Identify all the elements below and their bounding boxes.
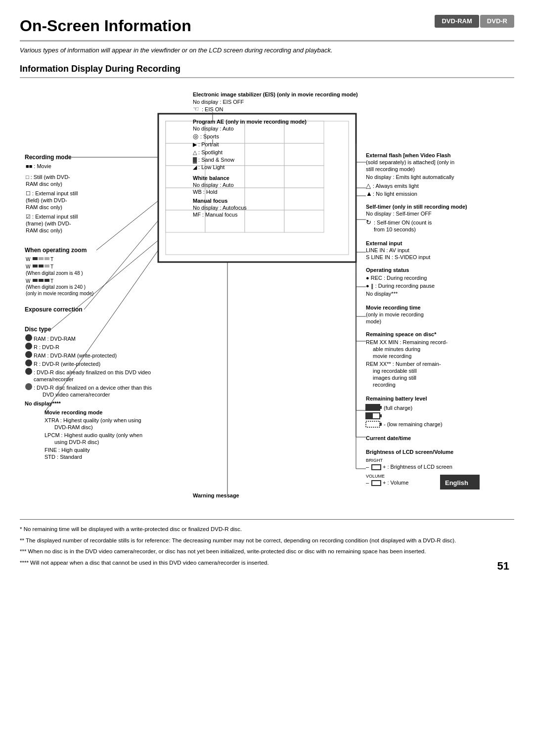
svg-text:Program AE (only in movie reco: Program AE (only in movie recording mode… (193, 119, 307, 125)
svg-point-65 (25, 368, 32, 375)
svg-text:still recording mode): still recording mode) (366, 166, 415, 172)
svg-text:(sold separately) is attached]: (sold separately) is attached] (only in (366, 159, 454, 165)
svg-rect-49 (44, 279, 49, 282)
svg-rect-13 (284, 166, 324, 188)
svg-text:images during still: images during still (373, 375, 416, 381)
svg-rect-153 (380, 414, 382, 417)
svg-line-54 (84, 221, 158, 310)
page-subtitle: Various types of information will appear… (20, 45, 514, 55)
svg-text:(only in movie recording mode): (only in movie recording mode) (26, 291, 93, 296)
svg-text:S LINE IN : S-VIDEO input: S LINE IN : S-VIDEO input (366, 254, 430, 260)
svg-text:–: – (366, 480, 369, 486)
svg-text:No display : Auto: No display : Auto (193, 182, 234, 188)
svg-text:: EIS ON: : EIS ON (202, 106, 223, 112)
svg-text:from 10 seconds): from 10 seconds) (374, 226, 416, 232)
svg-text:No display : Emits light autom: No display : Emits light automatically (366, 174, 454, 180)
svg-text:RAM : DVD-RAM (write-protected: RAM : DVD-RAM (write-protected) (34, 353, 117, 358)
svg-rect-37 (39, 257, 44, 260)
svg-text:DVD video camera/recorder: DVD video camera/recorder (43, 392, 110, 398)
svg-text:No display : EIS OFF: No display : EIS OFF (193, 99, 244, 105)
svg-rect-20 (245, 210, 284, 232)
svg-text:RAM disc only): RAM disc only) (26, 181, 62, 187)
page-number: 51 (497, 559, 509, 574)
svg-text:■■ : Movie: ■■ : Movie (26, 163, 51, 169)
page-container: DVD-RAM DVD-R On-Screen Information Vari… (0, 0, 534, 584)
svg-text:VOLUME: VOLUME (366, 474, 385, 479)
svg-text:No display****: No display**** (25, 400, 61, 406)
svg-text:able minutes during: able minutes during (373, 346, 420, 352)
svg-text:: DVD-R disc finalized on a de: : DVD-R disc finalized on a device other… (34, 385, 152, 391)
svg-text:DVD-RAM disc): DVD-RAM disc) (54, 424, 93, 430)
svg-text:mode): mode) (366, 318, 381, 324)
svg-point-63 (25, 359, 32, 366)
svg-text:- (low remaining charge): - (low remaining charge) (384, 421, 443, 427)
svg-text:LINE IN   : AV input: LINE IN : AV input (366, 247, 409, 253)
svg-rect-48 (39, 279, 44, 282)
svg-text:Remaining battery level: Remaining battery level (366, 396, 427, 401)
svg-text:Movie recording mode: Movie recording mode (44, 409, 102, 415)
svg-text:▶ : Portrait: ▶ : Portrait (193, 141, 219, 147)
svg-text:Self-timer (only in still reco: Self-timer (only in still recording mode… (366, 204, 467, 210)
svg-rect-154 (366, 421, 380, 427)
svg-text:External input: External input (366, 240, 402, 246)
svg-text:RAM disc only): RAM disc only) (26, 204, 62, 210)
badge-dvdr: DVD-R (480, 15, 514, 28)
svg-text:English: English (445, 479, 468, 487)
svg-text:(field) (with DVD-: (field) (with DVD- (26, 197, 67, 203)
svg-rect-152 (366, 413, 373, 419)
svg-text:● REC : During recording: ● REC : During recording (366, 275, 427, 281)
svg-rect-38 (44, 257, 49, 260)
diagram-svg: Recording mode ■■ : Movie □ : Still (wit… (20, 84, 514, 509)
svg-text:–: – (366, 464, 369, 470)
svg-rect-21 (284, 210, 324, 232)
svg-text:LPCM : Highest audio quality (: LPCM : Highest audio quality (only when (44, 432, 142, 438)
footnotes: * No remaining time will be displayed wi… (20, 519, 514, 567)
svg-text:RAM disc only): RAM disc only) (26, 227, 62, 233)
svg-text:No display : Autofocus: No display : Autofocus (193, 205, 247, 211)
svg-text:W: W (26, 278, 31, 284)
svg-rect-36 (33, 257, 38, 260)
svg-text:(only in movie recording: (only in movie recording (366, 311, 424, 317)
svg-text:movie recording: movie recording (373, 353, 411, 359)
svg-text:: DVD-R disc already finalized: : DVD-R disc already finalized on this D… (34, 369, 151, 375)
svg-rect-12 (245, 166, 284, 188)
svg-text:△: △ (366, 182, 371, 189)
badge-dvdram: DVD-RAM (435, 15, 479, 28)
svg-point-68 (25, 383, 32, 390)
svg-text:R   : DVD-R (write-protected): R : DVD-R (write-protected) (34, 361, 100, 367)
svg-text:Manual focus: Manual focus (193, 198, 227, 204)
svg-text:☜: ☜ (193, 105, 199, 113)
svg-text:W: W (26, 257, 31, 262)
svg-text:XTRA : Highest quality (only w: XTRA : Highest quality (only when using (44, 417, 141, 423)
svg-text:+ : Brightness of LCD screen: + : Brightness of LCD screen (383, 464, 452, 470)
svg-line-34 (96, 201, 158, 250)
svg-text:↻: ↻ (366, 219, 371, 226)
svg-text:No display : Auto: No display : Auto (193, 126, 234, 132)
svg-text:Remaining speace on disc*: Remaining speace on disc* (366, 331, 437, 337)
svg-text:MF        : Manual focus: MF : Manual focus (193, 212, 238, 218)
svg-text:BRIGHT: BRIGHT (366, 458, 383, 463)
svg-text:: No light emission: : No light emission (373, 191, 417, 197)
svg-point-57 (25, 334, 32, 341)
svg-text:◢ : Low Light: ◢ : Low Light (193, 164, 224, 170)
section-title: Information Display During Recording (20, 63, 514, 78)
svg-text:Current date/time: Current date/time (366, 435, 411, 441)
svg-rect-8 (245, 143, 284, 166)
svg-text:(full charge): (full charge) (384, 405, 412, 411)
svg-text:+ : Volume: + : Volume (383, 480, 408, 486)
svg-point-61 (25, 351, 32, 358)
svg-text:Recording mode: Recording mode (25, 154, 72, 161)
svg-text:Brightness of LCD screen/Volum: Brightness of LCD screen/Volume (366, 449, 453, 455)
svg-rect-17 (284, 188, 324, 210)
svg-rect-155 (380, 423, 382, 426)
svg-text:□ : Still  (with DVD-: □ : Still (with DVD- (26, 174, 70, 180)
svg-text:WB        : Hold: WB : Hold (193, 189, 218, 195)
svg-rect-169 (372, 481, 381, 486)
svg-rect-148 (366, 404, 380, 410)
svg-text:T: T (50, 278, 53, 284)
svg-text:T: T (50, 264, 53, 269)
svg-rect-43 (44, 265, 49, 267)
svg-text:FINE   : High quality: FINE : High quality (44, 447, 90, 453)
svg-text:◎: ◎ (193, 133, 198, 140)
svg-text:R   : DVD-R: R : DVD-R (34, 344, 59, 350)
